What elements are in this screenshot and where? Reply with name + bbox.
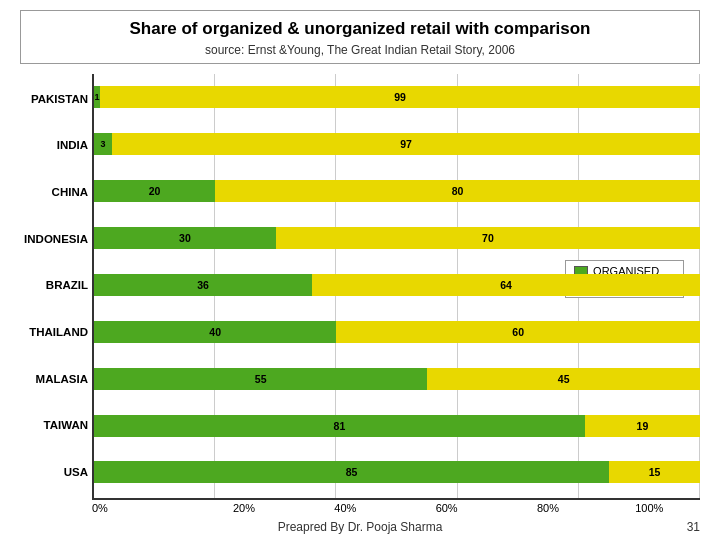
x-label-5: 100% — [599, 502, 700, 514]
x-label-2: 40% — [295, 502, 396, 514]
x-axis: 0%20%40%60%80%100% — [92, 502, 700, 514]
y-label-china: CHINA — [20, 187, 88, 199]
bar-unorganised-malasia: 45 — [427, 368, 700, 390]
footer-center: Preapred By Dr. Pooja Sharma — [60, 520, 660, 534]
y-label-india: INDIA — [20, 140, 88, 152]
bar-row-usa: 8515 — [94, 458, 700, 486]
bar-unorganised-brazil: 64 — [312, 274, 700, 296]
x-label-4: 80% — [497, 502, 598, 514]
bars-container: 1993972080307036644060554581198515 — [92, 74, 700, 500]
y-label-malasia: MALASIA — [20, 374, 88, 386]
chart-title: Share of organized & unorganized retail … — [33, 19, 687, 39]
x-label-3: 60% — [396, 502, 497, 514]
bar-unorganised-pakistan: 99 — [100, 86, 700, 108]
bar-row-brazil: 3664 — [94, 271, 700, 299]
bar-unorganised-india: 97 — [112, 133, 700, 155]
bar-organised-malasia: 55 — [94, 368, 427, 390]
bar-row-pakistan: 199 — [94, 83, 700, 111]
page-number: 31 — [660, 520, 700, 534]
bar-organised-thailand: 40 — [94, 321, 336, 343]
bar-organised-india: 3 — [94, 133, 112, 155]
bar-unorganised-thailand: 60 — [336, 321, 700, 343]
page: Share of organized & unorganized retail … — [0, 0, 720, 540]
bar-organised-usa: 85 — [94, 461, 609, 483]
title-box: Share of organized & unorganized retail … — [20, 10, 700, 64]
y-label-taiwan: TAIWAN — [20, 420, 88, 432]
chart-area: PAKISTANINDIACHINAINDONESIABRAZILTHAILAN… — [20, 74, 700, 514]
footer: Preapred By Dr. Pooja Sharma 31 — [20, 520, 700, 534]
y-label-thailand: THAILAND — [20, 327, 88, 339]
y-label-brazil: BRAZIL — [20, 280, 88, 292]
bar-unorganised-indonesia: 70 — [276, 227, 700, 249]
bar-row-china: 2080 — [94, 177, 700, 205]
bar-row-taiwan: 8119 — [94, 412, 700, 440]
y-label-pakistan: PAKISTAN — [20, 94, 88, 106]
bar-row-indonesia: 3070 — [94, 224, 700, 252]
bar-organised-indonesia: 30 — [94, 227, 276, 249]
bar-organised-china: 20 — [94, 180, 215, 202]
bar-row-malasia: 5545 — [94, 365, 700, 393]
bar-organised-brazil: 36 — [94, 274, 312, 296]
bar-row-thailand: 4060 — [94, 318, 700, 346]
source-text: source: Ernst &Young, The Great Indian R… — [33, 43, 687, 57]
bar-unorganised-taiwan: 19 — [585, 415, 700, 437]
x-label-1: 20% — [193, 502, 294, 514]
y-label-usa: USA — [20, 467, 88, 479]
bar-row-india: 397 — [94, 130, 700, 158]
chart-right: 1993972080307036644060554581198515 0%20%… — [92, 74, 700, 514]
x-label-0: 0% — [92, 502, 193, 514]
y-axis-labels: PAKISTANINDIACHINAINDONESIABRAZILTHAILAN… — [20, 74, 92, 514]
bar-unorganised-china: 80 — [215, 180, 700, 202]
bar-unorganised-usa: 15 — [609, 461, 700, 483]
y-label-indonesia: INDONESIA — [20, 234, 88, 246]
bar-organised-taiwan: 81 — [94, 415, 585, 437]
